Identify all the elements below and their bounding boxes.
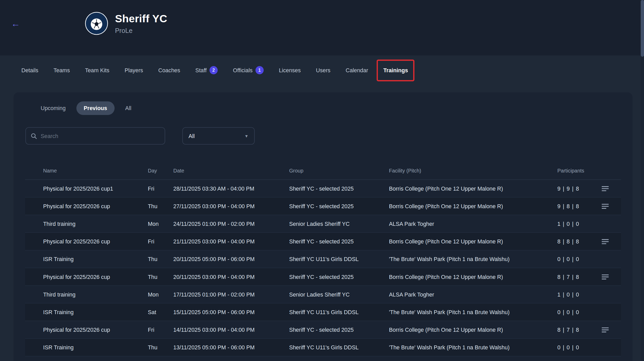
column-header-day: Day <box>148 168 173 174</box>
training-group-cell: Senior Ladies Sheriff YC <box>289 221 389 227</box>
tab-licenses[interactable]: Licenses <box>279 65 301 76</box>
training-day-cell: Sat <box>148 309 173 315</box>
search-input[interactable] <box>41 133 160 139</box>
tab-label: Teams <box>54 67 70 73</box>
tab-teams[interactable]: Teams <box>54 65 70 76</box>
group-filter-select[interactable]: All ▼ <box>182 127 255 145</box>
notes-icon <box>602 327 609 333</box>
training-date-cell: 13/11/2025 05:00 PM - 06:00 PM <box>173 344 289 350</box>
training-filter-pills: UpcomingPreviousAll <box>13 92 632 115</box>
column-header-facility-pitch-: Facility (Pitch) <box>389 168 557 174</box>
training-group-cell: Sheriff YC U11's Girls DDSL <box>289 256 389 262</box>
training-participants-cell: 0 | 0 | 0 <box>557 309 595 315</box>
training-facility-cell: 'The Brute' Walsh Park (Pitch 1 na Brute… <box>389 309 557 315</box>
training-group-cell: Sheriff YC U11's Girls DDSL <box>289 344 389 350</box>
training-date-cell: 24/11/2025 01:00 PM - 02:00 PM <box>173 221 289 227</box>
training-participants-cell: 0 | 0 | 0 <box>557 344 595 350</box>
table-body: Physical for 2025/2026 cup1Fri28/11/2025… <box>25 180 621 356</box>
scrollbar-thumb[interactable] <box>641 0 644 57</box>
training-day-cell: Thu <box>148 203 173 209</box>
training-participants-cell: 8 | 7 | 8 <box>557 327 595 333</box>
training-name-cell: Third training <box>43 291 148 298</box>
training-row[interactable]: Third trainingMon24/11/2025 01:00 PM - 0… <box>25 215 621 233</box>
tab-players[interactable]: Players <box>125 65 143 76</box>
training-row[interactable]: ISR TrainingThu13/11/2025 05:00 PM - 06:… <box>25 339 621 356</box>
search-icon <box>31 133 37 139</box>
training-facility-cell: Borris College (Pitch One 12 Upper Malon… <box>389 274 557 280</box>
training-row[interactable]: Physical for 2025/2026 cupFri14/11/2025 … <box>25 321 621 339</box>
training-day-cell: Mon <box>148 221 173 227</box>
tab-calendar[interactable]: Calendar <box>346 65 368 76</box>
tab-team-kits[interactable]: Team Kits <box>85 65 109 76</box>
tab-label: Coaches <box>158 67 180 73</box>
training-name-cell: Third training <box>43 221 148 227</box>
tab-label: Licenses <box>279 67 301 73</box>
page-title: Sheriff YC <box>115 12 167 25</box>
officials-count-badge: 1 <box>255 66 264 74</box>
tab-label: Officials <box>233 67 253 73</box>
training-date-cell: 28/11/2025 03:30 AM - 04:00 PM <box>173 185 289 192</box>
training-facility-cell: Borris College (Pitch One 12 Upper Malon… <box>389 203 557 209</box>
training-day-cell: Thu <box>148 256 173 262</box>
training-row[interactable]: ISR TrainingThu20/11/2025 05:00 PM - 06:… <box>25 250 621 268</box>
row-menu-button[interactable] <box>595 186 615 191</box>
training-participants-cell: 0 | 0 | 0 <box>557 256 595 262</box>
filter-pill-previous[interactable]: Previous <box>76 102 115 115</box>
row-menu-button[interactable] <box>595 274 615 279</box>
training-participants-cell: 1 | 0 | 0 <box>557 291 595 298</box>
tab-bar: DetailsTeamsTeam KitsPlayersCoachesStaff… <box>0 57 644 83</box>
row-menu-button[interactable] <box>595 327 615 333</box>
training-row[interactable]: Third trainingMon17/11/2025 01:00 PM - 0… <box>25 286 621 304</box>
training-row[interactable]: Physical for 2025/2026 cupFri21/11/2025 … <box>25 233 621 250</box>
training-group-cell: Sheriff YC U11's Girls DDSL <box>289 309 389 315</box>
tab-label: Staff <box>195 67 207 73</box>
tab-label: Players <box>125 67 143 73</box>
training-group-cell: Sheriff YC - selected 2025 <box>289 274 389 280</box>
tab-users[interactable]: Users <box>316 65 331 76</box>
trainings-panel: UpcomingPreviousAll All ▼ NameDayDateGro… <box>13 92 632 361</box>
training-row[interactable]: Physical for 2025/2026 cup1Fri28/11/2025… <box>25 180 621 197</box>
training-participants-cell: 8 | 8 | 8 <box>557 238 595 244</box>
training-participants-cell: 8 | 7 | 8 <box>557 274 595 280</box>
training-row[interactable]: Physical for 2025/2026 cupThu27/11/2025 … <box>25 198 621 215</box>
training-date-cell: 20/11/2025 03:00 PM - 04:00 PM <box>173 274 289 280</box>
training-group-cell: Senior Ladies Sheriff YC <box>289 291 389 298</box>
filter-pill-upcoming[interactable]: Upcoming <box>33 102 73 115</box>
tab-label: Team Kits <box>85 67 109 73</box>
scrollbar-track[interactable] <box>641 0 644 361</box>
training-name-cell: ISR Training <box>43 344 148 350</box>
training-row[interactable]: Physical for 2025/2026 cupThu20/11/2025 … <box>25 268 621 286</box>
page-subtitle: ProLe <box>115 27 167 35</box>
back-button[interactable]: ← <box>10 18 21 30</box>
search-box <box>25 127 165 145</box>
staff-count-badge: 2 <box>210 66 218 74</box>
chevron-down-icon: ▼ <box>245 134 249 138</box>
tab-staff[interactable]: Staff2 <box>195 64 218 77</box>
filter-pill-all[interactable]: All <box>118 102 139 115</box>
training-facility-cell: 'The Brute' Walsh Park (Pitch 1 na Brute… <box>389 256 557 262</box>
training-row[interactable]: ISR TrainingSat15/11/2025 05:00 PM - 06:… <box>25 304 621 321</box>
training-name-cell: Physical for 2025/2026 cup <box>43 238 148 244</box>
training-day-cell: Thu <box>148 344 173 350</box>
training-name-cell: Physical for 2025/2026 cup <box>43 203 148 209</box>
trainings-table: NameDayDateGroupFacility (Pitch)Particip… <box>25 162 621 357</box>
training-name-cell: ISR Training <box>43 309 148 315</box>
tab-officials[interactable]: Officials1 <box>233 64 264 77</box>
tab-details[interactable]: Details <box>21 65 38 76</box>
training-group-cell: Sheriff YC - selected 2025 <box>289 238 389 244</box>
row-menu-button[interactable] <box>595 204 615 209</box>
tab-coaches[interactable]: Coaches <box>158 65 180 76</box>
column-header-date: Date <box>173 168 289 174</box>
table-header-row: NameDayDateGroupFacility (Pitch)Particip… <box>25 162 621 180</box>
training-participants-cell: 1 | 0 | 0 <box>557 221 595 227</box>
training-group-cell: Sheriff YC - selected 2025 <box>289 203 389 209</box>
tab-label: Users <box>316 67 331 73</box>
training-group-cell: Sheriff YC - selected 2025 <box>289 327 389 333</box>
training-date-cell: 15/11/2025 05:00 PM - 06:00 PM <box>173 309 289 315</box>
training-date-cell: 17/11/2025 01:00 PM - 02:00 PM <box>173 291 289 298</box>
training-facility-cell: ALSA Park Togher <box>389 221 557 227</box>
row-menu-button[interactable] <box>595 239 615 244</box>
tab-trainings[interactable]: Trainings <box>383 65 408 76</box>
training-name-cell: Physical for 2025/2026 cup <box>43 327 148 333</box>
column-header-participants: Participants <box>557 168 595 174</box>
